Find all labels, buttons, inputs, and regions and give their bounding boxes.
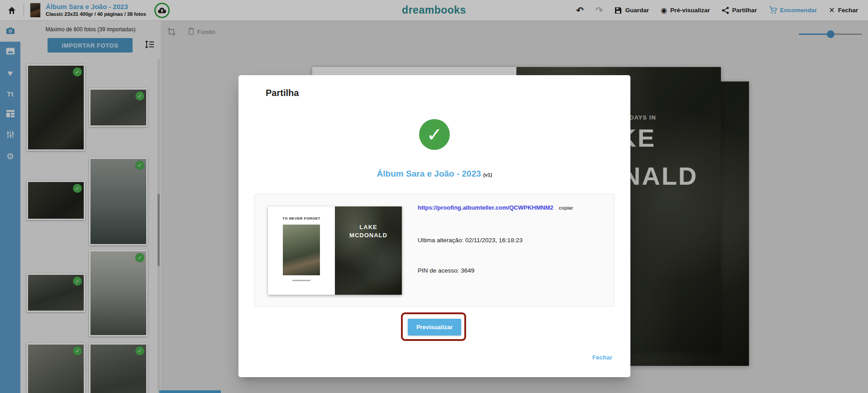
album-version: (v1) [483, 172, 492, 177]
dialog-album-title: Álbum Sara e João - 2023(v1) [238, 169, 630, 179]
album-cover-preview: TO NEVER FORGET · · · · · LAKE MCDONALD [268, 206, 402, 295]
front-cover-small-text: · · · · · [335, 219, 402, 222]
cover-preview-back-page: TO NEVER FORGET [268, 206, 335, 295]
share-dialog: Partilha Álbum Sara e João - 2023(v1) TO… [238, 75, 630, 377]
share-info-card: TO NEVER FORGET · · · · · LAKE MCDONALD … [254, 194, 615, 307]
previsualizar-button[interactable]: Previsualizar [408, 319, 461, 335]
last-change-label: Ultima alteração: 02/11/2023, 16:18:23 [418, 237, 608, 244]
success-check-icon [419, 119, 450, 150]
app-window: Álbum Sara e João - 2023 Classic 23x31 4… [0, 0, 868, 393]
share-details: https://proofing.albumteller.com/QCWPKHM… [418, 204, 608, 274]
dialog-title: Partilha [266, 88, 299, 98]
dialog-close-link[interactable]: Fechar [592, 354, 612, 361]
cover-preview-front-page: · · · · · LAKE MCDONALD [335, 206, 402, 295]
back-cover-photo [283, 225, 320, 275]
copy-link-button[interactable]: copiar [559, 205, 573, 211]
back-cover-title: TO NEVER FORGET [268, 216, 335, 220]
pin-label: PIN de acesso: 3649 [418, 267, 608, 274]
back-cover-caption [292, 280, 310, 281]
front-cover-line2: MCDONALD [335, 232, 402, 239]
front-cover-line1: LAKE [335, 224, 402, 230]
share-link[interactable]: https://proofing.albumteller.com/QCWPKHM… [418, 204, 553, 211]
